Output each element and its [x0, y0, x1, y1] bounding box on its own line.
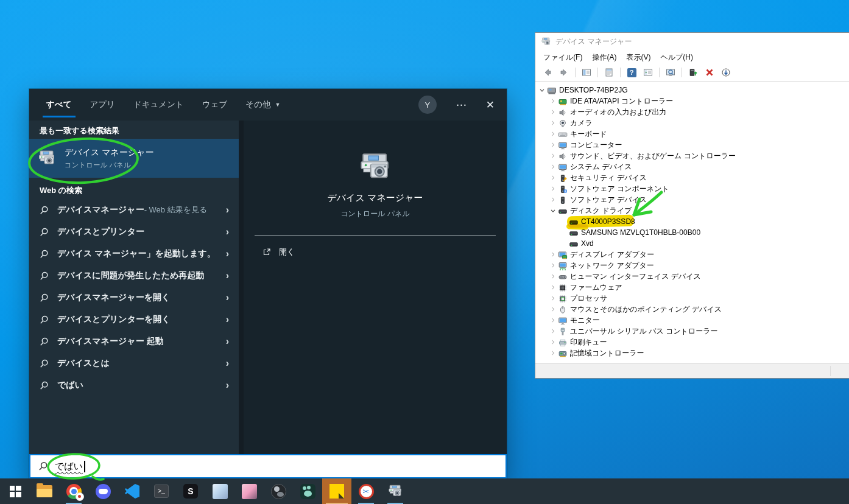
- chevron-right-icon[interactable]: [549, 97, 557, 105]
- tree-item[interactable]: Xvd: [535, 238, 849, 249]
- search-suggestion[interactable]: デバイスとプリンター ›: [29, 221, 239, 243]
- tree-item[interactable]: 印刷キュー: [535, 337, 849, 348]
- tree-item[interactable]: コンピューター: [535, 139, 849, 150]
- chevron-right-icon[interactable]: [549, 316, 557, 324]
- search-suggestion[interactable]: でばい ›: [29, 374, 239, 396]
- tab-documents[interactable]: ドキュメント: [133, 89, 184, 121]
- tree-item[interactable]: プロセッサ: [535, 293, 849, 304]
- chevron-right-icon[interactable]: [549, 184, 557, 193]
- tree-item[interactable]: DESKTOP-74BP2JG: [535, 85, 849, 96]
- back-icon[interactable]: [541, 66, 554, 79]
- chevron-right-icon[interactable]: [549, 261, 557, 270]
- search-suggestion[interactable]: デバイス マネージャー」を起動します。 ›: [29, 243, 239, 265]
- game-app-button-2[interactable]: [234, 478, 264, 504]
- tab-apps[interactable]: アプリ: [90, 89, 114, 121]
- items-view-icon[interactable]: [641, 66, 655, 79]
- tree-item[interactable]: ソフトウェア デバイス: [535, 194, 849, 205]
- tree-item[interactable]: モニター: [535, 315, 849, 326]
- search-suggestion[interactable]: デバイスマネージャー 起動 ›: [29, 331, 239, 352]
- device-manager-titlebar[interactable]: デバイス マネージャー: [535, 33, 849, 50]
- start-button[interactable]: [1, 478, 30, 504]
- chevron-down-icon[interactable]: [538, 86, 546, 94]
- close-icon[interactable]: ✕: [486, 100, 495, 110]
- chevron-right-icon[interactable]: [549, 141, 557, 149]
- tree-item[interactable]: システム デバイス: [535, 161, 849, 172]
- network-adapter-icon: [558, 261, 568, 270]
- chevron-right-icon[interactable]: [549, 195, 557, 204]
- sticky-notes-button[interactable]: [322, 478, 351, 504]
- tree-item[interactable]: キーボード: [535, 128, 849, 139]
- chevron-right-icon[interactable]: [549, 173, 557, 182]
- tree-item[interactable]: SAMSUNG MZVLQ1T0HBLB-00B00: [535, 227, 849, 238]
- chevron-right-icon[interactable]: [549, 108, 557, 116]
- tree-item[interactable]: ディスプレイ アダプター: [535, 249, 849, 260]
- discord-button[interactable]: [88, 478, 118, 504]
- tree-item[interactable]: ソフトウェア コンポーネント: [535, 183, 849, 194]
- tree-item[interactable]: セキュリティ デバイス: [535, 172, 849, 183]
- tree-item[interactable]: ディスク ドライブ: [535, 205, 849, 216]
- search-computer-icon[interactable]: [664, 66, 677, 79]
- best-match-result[interactable]: デバイス マネージャー コントロール パネル: [29, 139, 239, 178]
- chevron-down-icon[interactable]: [549, 206, 557, 215]
- chevron-right-icon[interactable]: [549, 283, 557, 292]
- search-suggestion[interactable]: デバイスとプリンターを開く ›: [29, 309, 239, 331]
- tree-item[interactable]: ファームウェア: [535, 282, 849, 293]
- tab-all[interactable]: すべて: [46, 89, 71, 121]
- chevron-right-icon[interactable]: [549, 305, 557, 313]
- tree-item[interactable]: IDE ATA/ATAPI コントローラー: [535, 96, 849, 107]
- game-app-button-1[interactable]: [205, 478, 234, 504]
- snipping-tool-button[interactable]: ✂: [351, 478, 381, 504]
- tree-item[interactable]: ユニバーサル シリアル バス コントローラー: [535, 326, 849, 337]
- tab-web[interactable]: ウェブ: [202, 89, 227, 121]
- tree-item[interactable]: カメラ: [535, 117, 849, 128]
- menu-file[interactable]: ファイル(F): [538, 52, 587, 63]
- terminal-button[interactable]: >_: [147, 478, 176, 504]
- vscode-button[interactable]: [118, 478, 147, 504]
- tab-more[interactable]: その他▼: [245, 89, 280, 121]
- tree-item[interactable]: マウスとそのほかのポインティング デバイス: [535, 304, 849, 315]
- chevron-right-icon[interactable]: [549, 250, 557, 259]
- file-explorer-button[interactable]: [30, 478, 59, 504]
- chevron-right-icon[interactable]: [549, 152, 557, 160]
- disk-drive-icon: [569, 239, 579, 248]
- properties-icon[interactable]: [602, 66, 616, 79]
- obs-button[interactable]: [264, 478, 293, 504]
- scan-hardware-icon[interactable]: [686, 66, 700, 79]
- tree-item[interactable]: ヒューマン インターフェイス デバイス: [535, 271, 849, 282]
- chevron-right-icon[interactable]: [549, 163, 557, 171]
- chevron-right-icon[interactable]: [549, 338, 557, 346]
- tree-item[interactable]: サウンド、ビデオ、およびゲーム コントローラー: [535, 150, 849, 161]
- search-icon: [39, 359, 49, 369]
- chevron-right-icon[interactable]: [549, 272, 557, 281]
- account-avatar[interactable]: Y: [418, 96, 437, 114]
- device-manager-taskbar-button[interactable]: [381, 478, 410, 504]
- uninstall-icon[interactable]: [703, 66, 716, 79]
- search-suggestion[interactable]: デバイスに問題が発生したため再起動 ›: [29, 265, 239, 287]
- search-input[interactable]: でばい: [29, 454, 507, 478]
- paw-app-button[interactable]: [293, 478, 322, 504]
- chrome-button[interactable]: [59, 478, 88, 504]
- menu-help[interactable]: ヘルプ(H): [655, 52, 698, 63]
- disable-icon[interactable]: [719, 66, 733, 79]
- search-suggestion[interactable]: デバイスマネージャー - Web 結果を見る ›: [29, 199, 239, 221]
- chevron-right-icon[interactable]: [549, 294, 557, 303]
- console-tree-icon[interactable]: [580, 66, 593, 79]
- menu-view[interactable]: 表示(V): [621, 52, 655, 63]
- open-action[interactable]: 開く: [262, 243, 507, 261]
- chevron-right-icon[interactable]: [549, 349, 557, 357]
- search-suggestion[interactable]: デバイスマネージャーを開く ›: [29, 287, 239, 309]
- search-suggestion[interactable]: デバイスとは ›: [29, 352, 239, 374]
- chevron-right-icon[interactable]: [549, 119, 557, 127]
- chevron-right-icon[interactable]: [549, 327, 557, 335]
- tree-item-highlighted[interactable]: CT4000P3SSD8: [535, 216, 849, 227]
- help-icon[interactable]: ?: [625, 66, 638, 79]
- tree-item[interactable]: ネットワーク アダプター: [535, 260, 849, 271]
- tree-item[interactable]: オーディオの入力および出力: [535, 107, 849, 117]
- s-app-button[interactable]: S: [176, 478, 205, 504]
- chevron-right-icon: ›: [226, 270, 229, 281]
- more-options-icon[interactable]: ⋯: [456, 100, 467, 110]
- chevron-right-icon[interactable]: [549, 130, 557, 138]
- tree-item[interactable]: 記憶域コントローラー: [535, 348, 849, 359]
- menu-action[interactable]: 操作(A): [587, 52, 621, 63]
- forward-icon[interactable]: [557, 66, 571, 79]
